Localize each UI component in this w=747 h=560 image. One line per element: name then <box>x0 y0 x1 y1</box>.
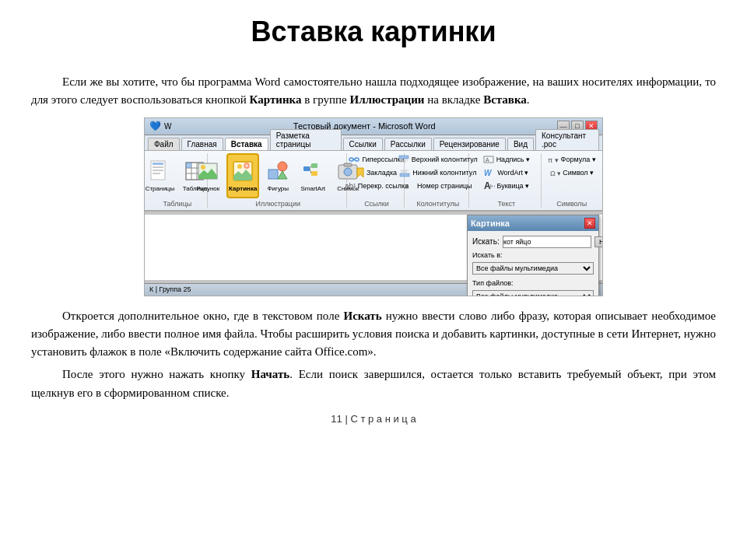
svg-marker-30 <box>357 168 363 177</box>
clip-art-icon <box>230 159 255 184</box>
svg-line-22 <box>310 166 311 169</box>
word-titlebar-text: Тестовый документ - Microsoft Word <box>171 121 557 131</box>
btn-formula[interactable]: π ▾ Формула ▾ <box>541 153 603 166</box>
para1-suffix: . <box>527 93 530 106</box>
word-screenshot: 💙 W Тестовый документ - Microsoft Word —… <box>144 117 603 296</box>
svg-text:Ω ▾: Ω ▾ <box>550 170 560 177</box>
paragraph-3: После этого нужно нажать кнопку Начать. … <box>31 366 716 402</box>
ribbon-group-illustrations: Рисунок Картин <box>210 153 347 208</box>
svg-point-17 <box>278 162 287 171</box>
para1-end: на вкладке <box>424 93 483 106</box>
ribbon-group-symbols: π ▾ Формула ▾ Ω ▾ Символ ▾ Символы <box>544 153 599 208</box>
btn-bookmark[interactable]: Закладка <box>345 166 408 179</box>
tab-file[interactable]: Файл <box>148 138 180 150</box>
dialog-titlebar: Картинка ✕ <box>468 215 598 231</box>
tab-mailings[interactable]: Рассылки <box>384 138 432 150</box>
bottom-text: Откроется дополнительное окно, где в тек… <box>31 307 716 402</box>
dialog-close-button[interactable]: ✕ <box>584 218 595 229</box>
svg-marker-18 <box>278 171 287 179</box>
word-doc-area: Картинка ✕ Искать: Начать Искать в: Все … <box>145 212 602 283</box>
where-select[interactable]: Все файлы мультимедиа <box>472 262 594 275</box>
svg-rect-32 <box>399 156 409 159</box>
kartinka-dialog: Картинка ✕ Искать: Начать Искать в: Все … <box>467 215 599 296</box>
ribbon-group-links: Гиперссылка Закладка ab¹ Перекр. ссылка <box>349 153 405 208</box>
btn-symbol[interactable]: Ω ▾ Символ ▾ <box>541 166 603 179</box>
search-input[interactable] <box>503 236 591 248</box>
statusbar-text: К | Группа 25 <box>149 285 191 293</box>
btn-header[interactable]: Верхний колонтитул <box>403 153 473 166</box>
group-illustrations-content: Рисунок Картин <box>191 153 364 198</box>
tab-layout[interactable]: Разметка страницы <box>270 129 342 150</box>
search-button[interactable]: Начать <box>594 236 603 247</box>
search-row: Искать: Начать <box>472 236 594 248</box>
para2-bold: Искать <box>343 310 381 322</box>
svg-text:W: W <box>484 169 493 177</box>
group-illustrations-label: Иллюстрации <box>255 200 300 208</box>
svg-line-23 <box>310 169 311 173</box>
page-title: Вставка картинки <box>31 0 716 62</box>
paragraph-1: Если же вы хотите, что бы программа Word… <box>31 73 716 110</box>
tab-home[interactable]: Главная <box>181 138 223 150</box>
btn-page-num[interactable]: # Номер страницы <box>403 180 473 192</box>
btn-dropcap[interactable]: Ab c Буквица ▾ <box>468 180 545 192</box>
para1-mid: в группе <box>302 93 350 106</box>
tab-insert[interactable]: Вставка <box>225 138 268 150</box>
svg-point-14 <box>237 164 242 169</box>
svg-point-12 <box>201 165 205 170</box>
tab-view[interactable]: Вид <box>507 138 534 150</box>
para2-start: Откроется дополнительное окно, где в тек… <box>62 310 343 322</box>
type-label: Тип файлов: <box>472 279 594 287</box>
group-pages-label: Таблицы <box>163 200 192 208</box>
para1-bold: Картинка <box>250 93 302 106</box>
svg-rect-19 <box>303 166 310 171</box>
type-select[interactable]: Все файлы мультимедиа <box>472 290 594 296</box>
pages-icon <box>147 159 172 184</box>
smartart-icon <box>300 159 325 184</box>
svg-rect-1 <box>153 163 163 165</box>
group-symbols-content: π ▾ Формула ▾ Ω ▾ Символ ▾ <box>541 153 603 198</box>
svg-rect-21 <box>311 171 317 176</box>
tab-konsultant[interactable]: Консультант .рос <box>535 129 599 150</box>
para3-start: После этого нужно нажать кнопку <box>62 368 251 380</box>
btn-textbox[interactable]: A Надпись ▾ <box>468 153 545 166</box>
btn-smartart[interactable]: SmartArt <box>296 153 329 198</box>
para3-bold: Начать <box>251 368 289 380</box>
svg-text:b c: b c <box>490 184 495 188</box>
btn-clip-art[interactable]: Картинка <box>226 153 259 198</box>
tab-links[interactable]: Ссылки <box>343 138 383 150</box>
svg-rect-2 <box>153 166 163 168</box>
svg-text:#: # <box>405 183 409 191</box>
dialog-body: Искать: Начать Искать в: Все файлы мульт… <box>468 231 598 296</box>
word-titlebar: 💙 W Тестовый документ - Microsoft Word —… <box>145 118 602 135</box>
group-headers-content: Верхний колонтитул Нижний колонтитул # Н… <box>403 153 473 198</box>
svg-rect-20 <box>311 163 317 168</box>
tab-review[interactable]: Рецензирование <box>433 138 506 150</box>
group-links-label: Ссылки <box>364 200 389 208</box>
ribbon-group-text: A Надпись ▾ W WordArt ▾ Ab c Букви <box>472 153 542 208</box>
btn-pages[interactable]: Страниц­ы <box>144 153 176 198</box>
shapes-icon <box>265 159 290 184</box>
ribbon-group-headers: Верхний колонтитул Нижний колонтитул # Н… <box>407 153 469 208</box>
search-label: Искать: <box>472 237 500 246</box>
group-headers-label: Колонтитулы <box>416 200 459 208</box>
btn-footnote[interactable]: ab¹ Перекр. ссылка <box>345 180 408 192</box>
where-label: Искать в: <box>472 251 594 259</box>
page-number: 11 | С т р а н и ц а <box>31 413 716 425</box>
group-text-content: A Надпись ▾ W WordArt ▾ Ab c Букви <box>468 153 545 198</box>
btn-shapes[interactable]: Фигуры <box>261 153 294 198</box>
main-content: Если же вы хотите, что бы программа Word… <box>31 73 716 110</box>
btn-footer[interactable]: Нижний колонтитул <box>403 166 473 179</box>
ribbon-tabs: Файл Главная Вставка Разметка страницы С… <box>145 135 602 151</box>
picture-icon <box>195 159 220 184</box>
paragraph-2: Откроется дополнительное окно, где в тек… <box>31 307 716 362</box>
group-text-label: Текст <box>497 200 515 208</box>
svg-text:A: A <box>486 157 489 163</box>
word-app-icon-label: W <box>164 122 171 131</box>
svg-rect-37 <box>400 173 409 177</box>
btn-wordart[interactable]: W WordArt ▾ <box>468 166 545 179</box>
btn-picture[interactable]: Рисунок <box>191 153 224 198</box>
page-container: Вставка картинки Если же вы хотите, что … <box>0 0 747 560</box>
para1-bold2: Иллюстрации <box>350 93 425 106</box>
svg-text:ab¹: ab¹ <box>345 182 356 191</box>
group-symbols-label: Символы <box>556 200 587 208</box>
